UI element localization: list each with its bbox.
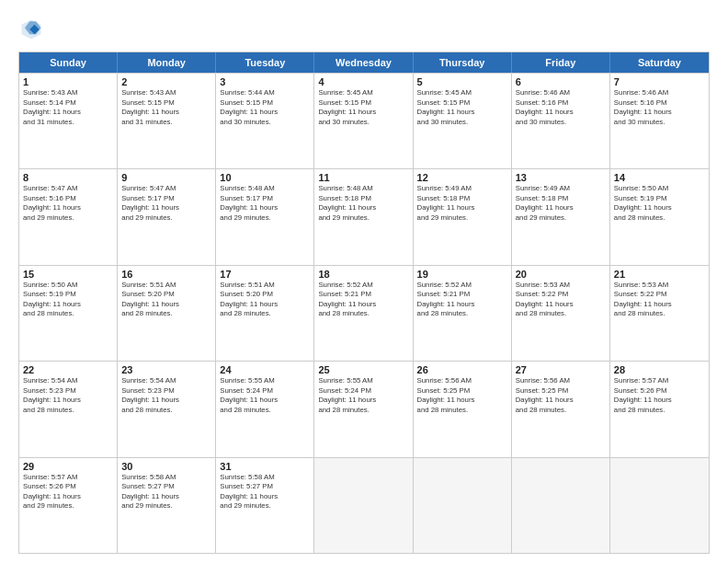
day-header-friday: Friday (512, 52, 610, 73)
day-info: Sunrise: 5:48 AM Sunset: 5:17 PM Dayligh… (220, 184, 310, 223)
day-info: Sunrise: 5:52 AM Sunset: 5:21 PM Dayligh… (417, 281, 507, 319)
calendar-week-5: 29Sunrise: 5:57 AM Sunset: 5:26 PM Dayli… (19, 457, 709, 553)
day-info: Sunrise: 5:43 AM Sunset: 5:14 PM Dayligh… (23, 88, 113, 127)
day-number: 4 (318, 76, 408, 87)
day-cell-3: 3Sunrise: 5:44 AM Sunset: 5:15 PM Daylig… (216, 74, 314, 168)
day-number: 17 (220, 269, 310, 280)
day-info: Sunrise: 5:57 AM Sunset: 5:26 PM Dayligh… (614, 376, 705, 415)
day-cell-6: 6Sunrise: 5:46 AM Sunset: 5:16 PM Daylig… (512, 74, 610, 168)
day-info: Sunrise: 5:46 AM Sunset: 5:16 PM Dayligh… (614, 88, 705, 127)
day-number: 19 (417, 269, 507, 280)
empty-cell (610, 458, 709, 553)
day-info: Sunrise: 5:54 AM Sunset: 5:23 PM Dayligh… (121, 376, 211, 415)
day-cell-23: 23Sunrise: 5:54 AM Sunset: 5:23 PM Dayli… (118, 362, 216, 456)
day-cell-16: 16Sunrise: 5:51 AM Sunset: 5:20 PM Dayli… (118, 266, 216, 361)
day-number: 10 (220, 172, 310, 183)
day-info: Sunrise: 5:55 AM Sunset: 5:24 PM Dayligh… (220, 376, 310, 415)
day-cell-12: 12Sunrise: 5:49 AM Sunset: 5:18 PM Dayli… (414, 169, 512, 264)
day-cell-17: 17Sunrise: 5:51 AM Sunset: 5:20 PM Dayli… (216, 266, 314, 361)
day-info: Sunrise: 5:51 AM Sunset: 5:20 PM Dayligh… (121, 281, 211, 319)
day-number: 28 (614, 364, 705, 375)
day-cell-24: 24Sunrise: 5:55 AM Sunset: 5:24 PM Dayli… (216, 362, 314, 456)
day-number: 8 (23, 172, 113, 183)
day-info: Sunrise: 5:48 AM Sunset: 5:18 PM Dayligh… (318, 184, 408, 223)
day-header-tuesday: Tuesday (216, 52, 314, 73)
day-cell-19: 19Sunrise: 5:52 AM Sunset: 5:21 PM Dayli… (414, 266, 512, 361)
day-header-saturday: Saturday (610, 52, 709, 73)
day-number: 3 (220, 76, 310, 87)
empty-cell (512, 458, 610, 553)
day-info: Sunrise: 5:56 AM Sunset: 5:25 PM Dayligh… (417, 376, 507, 415)
logo-icon (18, 17, 44, 42)
calendar: SundayMondayTuesdayWednesdayThursdayFrid… (18, 52, 710, 554)
day-number: 18 (318, 269, 408, 280)
day-number: 27 (516, 364, 606, 375)
day-number: 9 (121, 172, 211, 183)
page: SundayMondayTuesdayWednesdayThursdayFrid… (0, 0, 728, 563)
day-number: 11 (318, 172, 408, 183)
logo (18, 17, 48, 42)
day-header-thursday: Thursday (414, 52, 512, 73)
day-info: Sunrise: 5:55 AM Sunset: 5:24 PM Dayligh… (318, 376, 408, 415)
day-cell-13: 13Sunrise: 5:49 AM Sunset: 5:18 PM Dayli… (512, 169, 610, 264)
day-cell-25: 25Sunrise: 5:55 AM Sunset: 5:24 PM Dayli… (314, 362, 413, 456)
day-cell-30: 30Sunrise: 5:58 AM Sunset: 5:27 PM Dayli… (118, 458, 216, 553)
day-info: Sunrise: 5:58 AM Sunset: 5:27 PM Dayligh… (121, 473, 211, 511)
day-info: Sunrise: 5:53 AM Sunset: 5:22 PM Dayligh… (516, 281, 606, 319)
day-cell-2: 2Sunrise: 5:43 AM Sunset: 5:15 PM Daylig… (118, 74, 216, 168)
day-cell-22: 22Sunrise: 5:54 AM Sunset: 5:23 PM Dayli… (19, 362, 118, 456)
day-number: 5 (417, 76, 507, 87)
day-info: Sunrise: 5:46 AM Sunset: 5:16 PM Dayligh… (516, 88, 606, 127)
day-cell-14: 14Sunrise: 5:50 AM Sunset: 5:19 PM Dayli… (610, 169, 709, 264)
day-cell-7: 7Sunrise: 5:46 AM Sunset: 5:16 PM Daylig… (610, 74, 709, 168)
day-number: 22 (23, 364, 113, 375)
day-number: 13 (516, 172, 606, 183)
day-info: Sunrise: 5:43 AM Sunset: 5:15 PM Dayligh… (121, 88, 211, 127)
calendar-body: 1Sunrise: 5:43 AM Sunset: 5:14 PM Daylig… (19, 73, 709, 553)
calendar-week-4: 22Sunrise: 5:54 AM Sunset: 5:23 PM Dayli… (19, 361, 709, 456)
day-cell-27: 27Sunrise: 5:56 AM Sunset: 5:25 PM Dayli… (512, 362, 610, 456)
day-info: Sunrise: 5:51 AM Sunset: 5:20 PM Dayligh… (220, 281, 310, 319)
day-info: Sunrise: 5:49 AM Sunset: 5:18 PM Dayligh… (417, 184, 507, 223)
day-number: 24 (220, 364, 310, 375)
day-info: Sunrise: 5:52 AM Sunset: 5:21 PM Dayligh… (318, 281, 408, 319)
day-cell-21: 21Sunrise: 5:53 AM Sunset: 5:22 PM Dayli… (610, 266, 709, 361)
empty-cell (414, 458, 512, 553)
day-number: 31 (220, 461, 310, 472)
day-number: 16 (121, 269, 211, 280)
header (18, 17, 710, 42)
day-cell-4: 4Sunrise: 5:45 AM Sunset: 5:15 PM Daylig… (314, 74, 413, 168)
day-info: Sunrise: 5:58 AM Sunset: 5:27 PM Dayligh… (220, 473, 310, 511)
day-info: Sunrise: 5:47 AM Sunset: 5:17 PM Dayligh… (121, 184, 211, 223)
day-cell-8: 8Sunrise: 5:47 AM Sunset: 5:16 PM Daylig… (19, 169, 118, 264)
day-info: Sunrise: 5:53 AM Sunset: 5:22 PM Dayligh… (614, 281, 705, 319)
day-number: 1 (23, 76, 113, 87)
day-info: Sunrise: 5:56 AM Sunset: 5:25 PM Dayligh… (516, 376, 606, 415)
day-cell-15: 15Sunrise: 5:50 AM Sunset: 5:19 PM Dayli… (19, 266, 118, 361)
day-info: Sunrise: 5:49 AM Sunset: 5:18 PM Dayligh… (516, 184, 606, 223)
day-info: Sunrise: 5:50 AM Sunset: 5:19 PM Dayligh… (614, 184, 705, 223)
calendar-week-2: 8Sunrise: 5:47 AM Sunset: 5:16 PM Daylig… (19, 168, 709, 264)
day-cell-11: 11Sunrise: 5:48 AM Sunset: 5:18 PM Dayli… (314, 169, 413, 264)
empty-cell (314, 458, 413, 553)
day-info: Sunrise: 5:45 AM Sunset: 5:15 PM Dayligh… (417, 88, 507, 127)
day-number: 7 (614, 76, 705, 87)
day-header-monday: Monday (118, 52, 216, 73)
calendar-header: SundayMondayTuesdayWednesdayThursdayFrid… (19, 52, 709, 73)
day-cell-10: 10Sunrise: 5:48 AM Sunset: 5:17 PM Dayli… (216, 169, 314, 264)
day-info: Sunrise: 5:57 AM Sunset: 5:26 PM Dayligh… (23, 473, 113, 511)
day-number: 14 (614, 172, 705, 183)
day-info: Sunrise: 5:54 AM Sunset: 5:23 PM Dayligh… (23, 376, 113, 415)
day-header-wednesday: Wednesday (314, 52, 413, 73)
day-info: Sunrise: 5:44 AM Sunset: 5:15 PM Dayligh… (220, 88, 310, 127)
day-cell-26: 26Sunrise: 5:56 AM Sunset: 5:25 PM Dayli… (414, 362, 512, 456)
day-number: 29 (23, 461, 113, 472)
day-cell-31: 31Sunrise: 5:58 AM Sunset: 5:27 PM Dayli… (216, 458, 314, 553)
day-cell-9: 9Sunrise: 5:47 AM Sunset: 5:17 PM Daylig… (118, 169, 216, 264)
day-number: 15 (23, 269, 113, 280)
calendar-week-1: 1Sunrise: 5:43 AM Sunset: 5:14 PM Daylig… (19, 73, 709, 168)
day-number: 2 (121, 76, 211, 87)
day-number: 25 (318, 364, 408, 375)
day-cell-28: 28Sunrise: 5:57 AM Sunset: 5:26 PM Dayli… (610, 362, 709, 456)
day-cell-29: 29Sunrise: 5:57 AM Sunset: 5:26 PM Dayli… (19, 458, 118, 553)
